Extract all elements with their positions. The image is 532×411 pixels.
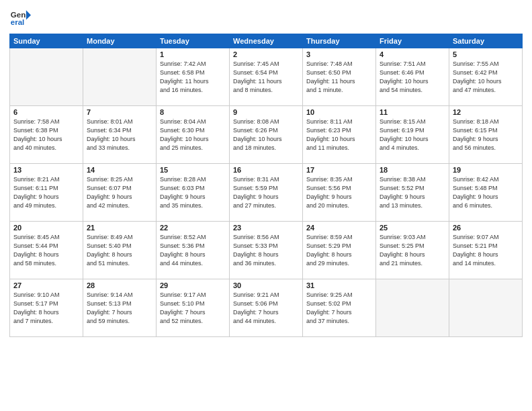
day-number: 30: [233, 281, 299, 289]
calendar-cell: 21Sunrise: 8:49 AM Sunset: 5:40 PM Dayli…: [83, 222, 157, 279]
cell-info: Sunrise: 9:17 AM Sunset: 5:10 PM Dayligh…: [160, 291, 226, 326]
day-number: 15: [160, 166, 226, 174]
cell-info: Sunrise: 8:45 AM Sunset: 5:44 PM Dayligh…: [13, 233, 79, 268]
cell-info: Sunrise: 8:49 AM Sunset: 5:40 PM Dayligh…: [87, 233, 152, 268]
day-number: 2: [233, 50, 299, 58]
day-number: 21: [87, 224, 152, 232]
calendar-cell: 26Sunrise: 9:07 AM Sunset: 5:21 PM Dayli…: [449, 222, 523, 279]
svg-marker-2: [26, 10, 31, 19]
calendar-cell: 15Sunrise: 8:28 AM Sunset: 6:03 PM Dayli…: [157, 164, 230, 222]
calendar-cell: 18Sunrise: 8:38 AM Sunset: 5:52 PM Dayli…: [376, 164, 449, 222]
calendar-cell: 29Sunrise: 9:17 AM Sunset: 5:10 PM Dayli…: [157, 279, 230, 337]
calendar-cell: [376, 279, 449, 337]
day-number: 20: [13, 224, 79, 232]
day-number: 3: [306, 50, 372, 58]
day-number: 5: [453, 50, 519, 58]
weekday-header: Friday: [376, 34, 449, 48]
calendar-table: SundayMondayTuesdayWednesdayThursdayFrid…: [9, 34, 523, 337]
weekday-header: Saturday: [449, 34, 523, 48]
cell-info: Sunrise: 9:03 AM Sunset: 5:25 PM Dayligh…: [380, 233, 445, 268]
day-number: 22: [160, 224, 226, 232]
cell-info: Sunrise: 8:56 AM Sunset: 5:33 PM Dayligh…: [233, 233, 299, 268]
calendar-cell: 17Sunrise: 8:35 AM Sunset: 5:56 PM Dayli…: [303, 164, 376, 222]
day-number: 14: [87, 166, 152, 174]
cell-info: Sunrise: 8:31 AM Sunset: 5:59 PM Dayligh…: [233, 175, 299, 210]
cell-info: Sunrise: 9:21 AM Sunset: 5:06 PM Dayligh…: [233, 291, 299, 326]
day-number: 7: [87, 108, 152, 116]
calendar-cell: 24Sunrise: 8:59 AM Sunset: 5:29 PM Dayli…: [303, 222, 376, 279]
cell-info: Sunrise: 7:58 AM Sunset: 6:38 PM Dayligh…: [13, 118, 79, 152]
calendar-cell: 31Sunrise: 9:25 AM Sunset: 5:02 PM Dayli…: [303, 279, 376, 337]
day-number: 31: [306, 281, 372, 289]
calendar-cell: 28Sunrise: 9:14 AM Sunset: 5:13 PM Dayli…: [83, 279, 157, 337]
calendar-week: 20Sunrise: 8:45 AM Sunset: 5:44 PM Dayli…: [10, 222, 523, 279]
calendar-cell: 19Sunrise: 8:42 AM Sunset: 5:48 PM Dayli…: [449, 164, 523, 222]
calendar-cell: 9Sunrise: 8:08 AM Sunset: 6:26 PM Daylig…: [230, 106, 303, 164]
day-number: 8: [160, 108, 226, 116]
cell-info: Sunrise: 8:08 AM Sunset: 6:26 PM Dayligh…: [233, 118, 299, 152]
cell-info: Sunrise: 9:07 AM Sunset: 5:21 PM Dayligh…: [453, 233, 519, 268]
day-number: 25: [380, 224, 445, 232]
cell-info: Sunrise: 8:15 AM Sunset: 6:19 PM Dayligh…: [380, 118, 445, 152]
calendar-cell: [10, 48, 83, 106]
calendar-cell: 6Sunrise: 7:58 AM Sunset: 6:38 PM Daylig…: [10, 106, 83, 164]
weekday-header: Thursday: [303, 34, 376, 48]
calendar-week: 27Sunrise: 9:10 AM Sunset: 5:17 PM Dayli…: [10, 279, 523, 337]
cell-info: Sunrise: 8:04 AM Sunset: 6:30 PM Dayligh…: [160, 118, 226, 152]
weekday-header: Tuesday: [157, 34, 230, 48]
svg-text:eral: eral: [11, 18, 25, 26]
calendar-cell: [83, 48, 157, 106]
day-number: 27: [13, 281, 79, 289]
calendar-cell: 30Sunrise: 9:21 AM Sunset: 5:06 PM Dayli…: [230, 279, 303, 337]
cell-info: Sunrise: 7:42 AM Sunset: 6:58 PM Dayligh…: [160, 60, 226, 95]
cell-info: Sunrise: 9:10 AM Sunset: 5:17 PM Dayligh…: [13, 291, 79, 326]
calendar-cell: 8Sunrise: 8:04 AM Sunset: 6:30 PM Daylig…: [157, 106, 230, 164]
cell-info: Sunrise: 8:35 AM Sunset: 5:56 PM Dayligh…: [306, 175, 372, 210]
day-number: 13: [13, 166, 79, 174]
cell-info: Sunrise: 9:25 AM Sunset: 5:02 PM Dayligh…: [306, 291, 372, 326]
calendar-cell: 3Sunrise: 7:48 AM Sunset: 6:50 PM Daylig…: [303, 48, 376, 106]
day-number: 10: [306, 108, 372, 116]
calendar-week: 6Sunrise: 7:58 AM Sunset: 6:38 PM Daylig…: [10, 106, 523, 164]
cell-info: Sunrise: 8:18 AM Sunset: 6:15 PM Dayligh…: [453, 118, 519, 152]
cell-info: Sunrise: 8:38 AM Sunset: 5:52 PM Dayligh…: [380, 175, 445, 210]
day-number: 28: [87, 281, 152, 289]
day-number: 12: [453, 108, 519, 116]
cell-info: Sunrise: 7:55 AM Sunset: 6:42 PM Dayligh…: [453, 60, 519, 95]
day-number: 29: [160, 281, 226, 289]
calendar-cell: 1Sunrise: 7:42 AM Sunset: 6:58 PM Daylig…: [157, 48, 230, 106]
weekday-header: Sunday: [10, 34, 83, 48]
cell-info: Sunrise: 8:25 AM Sunset: 6:07 PM Dayligh…: [87, 175, 152, 210]
cell-info: Sunrise: 8:11 AM Sunset: 6:23 PM Dayligh…: [306, 118, 372, 152]
calendar-cell: 2Sunrise: 7:45 AM Sunset: 6:54 PM Daylig…: [230, 48, 303, 106]
calendar-week: 1Sunrise: 7:42 AM Sunset: 6:58 PM Daylig…: [10, 48, 523, 106]
day-number: 1: [160, 50, 226, 58]
calendar-week: 13Sunrise: 8:21 AM Sunset: 6:11 PM Dayli…: [10, 164, 523, 222]
day-number: 9: [233, 108, 299, 116]
day-number: 26: [453, 224, 519, 232]
calendar-cell: 22Sunrise: 8:52 AM Sunset: 5:36 PM Dayli…: [157, 222, 230, 279]
cell-info: Sunrise: 9:14 AM Sunset: 5:13 PM Dayligh…: [87, 291, 152, 326]
cell-info: Sunrise: 8:42 AM Sunset: 5:48 PM Dayligh…: [453, 175, 519, 210]
day-number: 16: [233, 166, 299, 174]
day-number: 23: [233, 224, 299, 232]
calendar-cell: 20Sunrise: 8:45 AM Sunset: 5:44 PM Dayli…: [10, 222, 83, 279]
logo: Gen eral: [9, 7, 34, 28]
calendar-cell: 7Sunrise: 8:01 AM Sunset: 6:34 PM Daylig…: [83, 106, 157, 164]
cell-info: Sunrise: 8:52 AM Sunset: 5:36 PM Dayligh…: [160, 233, 226, 268]
calendar-cell: [449, 279, 523, 337]
calendar-cell: 13Sunrise: 8:21 AM Sunset: 6:11 PM Dayli…: [10, 164, 83, 222]
day-number: 11: [380, 108, 445, 116]
cell-info: Sunrise: 8:21 AM Sunset: 6:11 PM Dayligh…: [13, 175, 79, 210]
day-number: 6: [13, 108, 79, 116]
calendar-cell: 23Sunrise: 8:56 AM Sunset: 5:33 PM Dayli…: [230, 222, 303, 279]
day-number: 19: [453, 166, 519, 174]
cell-info: Sunrise: 7:45 AM Sunset: 6:54 PM Dayligh…: [233, 60, 299, 95]
day-number: 24: [306, 224, 372, 232]
cell-info: Sunrise: 7:48 AM Sunset: 6:50 PM Dayligh…: [306, 60, 372, 95]
calendar-cell: 12Sunrise: 8:18 AM Sunset: 6:15 PM Dayli…: [449, 106, 523, 164]
day-number: 4: [380, 50, 445, 58]
cell-info: Sunrise: 7:51 AM Sunset: 6:46 PM Dayligh…: [380, 60, 445, 95]
calendar-cell: 14Sunrise: 8:25 AM Sunset: 6:07 PM Dayli…: [83, 164, 157, 222]
cell-info: Sunrise: 8:01 AM Sunset: 6:34 PM Dayligh…: [87, 118, 152, 152]
